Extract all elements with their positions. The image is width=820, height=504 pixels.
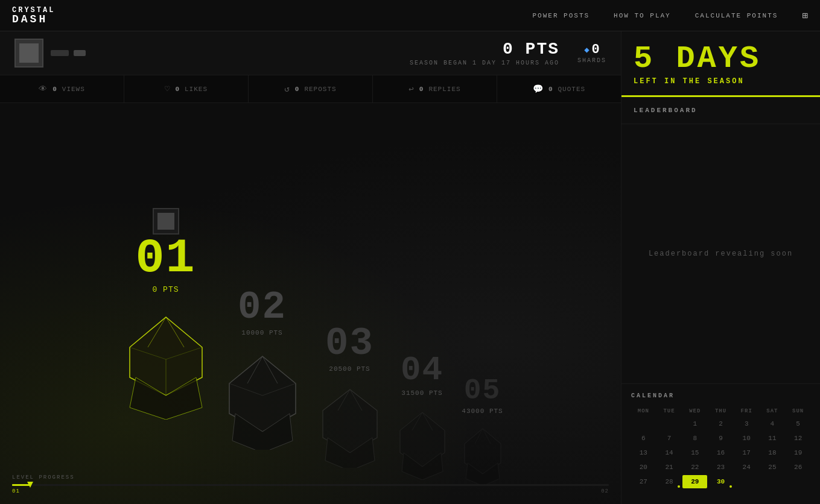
metrics-bar: 👁0VIEWS♡0LIKES↺0REPOSTS↩0REPLIES💬0QUOTES	[0, 75, 621, 103]
crystal-shape-3	[311, 377, 389, 468]
cal-day-15[interactable]: 15	[682, 446, 707, 459]
likes-count: 0	[175, 86, 180, 93]
cal-header-thu: THU	[708, 406, 733, 416]
crystal-shape-1	[112, 299, 220, 420]
cal-day-10[interactable]: 10	[734, 432, 759, 445]
nav-power-posts[interactable]: POWER POSTS	[532, 12, 590, 19]
rank-2-pts: 10000 PTS	[241, 329, 282, 336]
cal-day-7[interactable]: 7	[657, 432, 682, 445]
shards-section: ◆ 0 SHARDS	[577, 42, 606, 64]
cal-day-29[interactable]: 29	[682, 475, 707, 488]
cal-day-1[interactable]: 1	[682, 417, 707, 430]
avatar	[14, 39, 43, 68]
user-details	[51, 50, 86, 56]
leaderboard-section: LEADERBOARD	[621, 97, 820, 124]
nav-calculate-points[interactable]: CALCULATE POINTS	[695, 12, 778, 19]
cal-day-14[interactable]: 14	[657, 446, 682, 459]
cal-header-fri: FRI	[734, 406, 759, 416]
cal-day-13[interactable]: 13	[631, 446, 656, 459]
cal-day-6[interactable]: 6	[631, 432, 656, 445]
metric-quotes: 💬0QUOTES	[497, 75, 621, 102]
podium-entry-2: 02 10000 PTS	[214, 288, 311, 450]
cal-day-16[interactable]: 16	[708, 446, 733, 459]
cal-day-21[interactable]: 21	[657, 461, 682, 474]
countdown-section: 5 DAYS LEFT IN THE SEASON	[621, 31, 820, 97]
nav-how-to-play[interactable]: HOW TO PLAY	[614, 12, 671, 19]
logo-crystal: CRYSTAL	[12, 7, 55, 14]
pts-value: 0 PTS	[410, 40, 559, 58]
cal-day-20[interactable]: 20	[631, 461, 656, 474]
leaderboard-body: Leaderboard revealing soon	[621, 124, 820, 383]
replies-label: REPLIES	[428, 86, 460, 93]
calendar-grid: MONTUEWEDTHUFRISATSUN1234567891011121314…	[631, 406, 810, 496]
cal-header-mon: MON	[631, 406, 656, 416]
progress-bar-fill	[12, 484, 30, 486]
rank-5-pts: 43000 PTS	[462, 408, 503, 415]
cal-day-5[interactable]: 5	[786, 417, 810, 430]
rank-1-label: 01	[135, 235, 195, 283]
cal-day-27[interactable]: 27	[631, 475, 656, 488]
cal-day-28[interactable]: 28	[657, 475, 682, 488]
podium-entry-1: 01 0 PTS	[112, 208, 220, 420]
logo[interactable]: CRYSTAL DASH	[12, 7, 55, 25]
crystal-shape-2	[214, 341, 311, 450]
cal-day-empty	[786, 475, 810, 488]
progress-lv-start: 01	[12, 488, 20, 494]
cal-day-9[interactable]: 9	[708, 432, 733, 445]
leaderboard-soon-text: Leaderboard revealing soon	[649, 250, 793, 258]
likes-label: LIKES	[185, 86, 208, 93]
user-dot2	[74, 50, 86, 56]
cal-day-17[interactable]: 17	[734, 446, 759, 459]
cal-day-empty	[657, 417, 682, 430]
countdown-days: 5 DAYS	[634, 43, 808, 75]
cal-day-empty	[734, 475, 759, 488]
navbar: CRYSTAL DASH POWER POSTS HOW TO PLAY CAL…	[0, 0, 820, 31]
cal-day-2[interactable]: 2	[708, 417, 733, 430]
reposts-count: 0	[295, 86, 300, 93]
cal-header-tue: TUE	[657, 406, 682, 416]
logo-dash: DASH	[12, 14, 55, 25]
replies-count: 0	[419, 86, 424, 93]
countdown-subtitle: LEFT IN THE SEASON	[634, 77, 808, 86]
user-dot	[51, 50, 69, 56]
podium-container: 01 0 PTS	[0, 208, 621, 468]
cal-day-26[interactable]: 26	[786, 461, 810, 474]
cal-day-11[interactable]: 11	[760, 432, 785, 445]
cal-day-3[interactable]: 3	[734, 417, 759, 430]
cal-day-19[interactable]: 19	[786, 446, 810, 459]
nav-links: POWER POSTS HOW TO PLAY CALCULATE POINTS…	[532, 10, 808, 22]
replies-icon: ↩	[408, 84, 414, 94]
cal-day-4[interactable]: 4	[760, 417, 785, 430]
cal-day-8[interactable]: 8	[682, 432, 707, 445]
calendar-section: CALENDAR MONTUEWEDTHUFRISATSUN1234567891…	[621, 383, 820, 504]
main-content: 0 PTS SEASON BEGAN 1 DAY 17 HOURS AGO ◆ …	[0, 31, 820, 504]
pts-section: 0 PTS SEASON BEGAN 1 DAY 17 HOURS AGO	[410, 40, 559, 66]
reposts-label: REPOSTS	[304, 86, 336, 93]
shards-value: ◆ 0	[584, 42, 600, 57]
cal-day-22[interactable]: 22	[682, 461, 707, 474]
shards-number: 0	[592, 42, 600, 57]
cal-day-empty	[631, 417, 656, 430]
podium-entry-4: 04 31500 PTS	[389, 353, 456, 480]
views-label: VIEWS	[62, 86, 85, 93]
rank-5-label: 05	[464, 376, 501, 405]
cal-day-24[interactable]: 24	[734, 461, 759, 474]
metric-likes: ♡0LIKES	[124, 75, 249, 102]
level-progress-label: LEVEL PROGRESS	[12, 474, 609, 480]
rank-1-pts: 0 PTS	[152, 285, 179, 294]
progress-bar-container	[12, 484, 609, 486]
rank-4-pts: 31500 PTS	[401, 389, 442, 397]
quotes-label: QUOTES	[558, 86, 586, 93]
settings-icon[interactable]: ⊞	[802, 10, 808, 22]
cal-day-30[interactable]: 30	[708, 475, 733, 488]
leaderboard-title: LEADERBOARD	[634, 107, 808, 114]
cal-day-12[interactable]: 12	[786, 432, 810, 445]
podium-avatar	[153, 208, 179, 235]
cal-day-25[interactable]: 25	[760, 461, 785, 474]
metric-replies: ↩0REPLIES	[373, 75, 497, 102]
cal-day-18[interactable]: 18	[760, 446, 785, 459]
podium-area: 01 0 PTS	[0, 103, 621, 504]
views-count: 0	[52, 86, 57, 93]
progress-lv-end: 02	[601, 488, 609, 494]
cal-day-23[interactable]: 23	[708, 461, 733, 474]
